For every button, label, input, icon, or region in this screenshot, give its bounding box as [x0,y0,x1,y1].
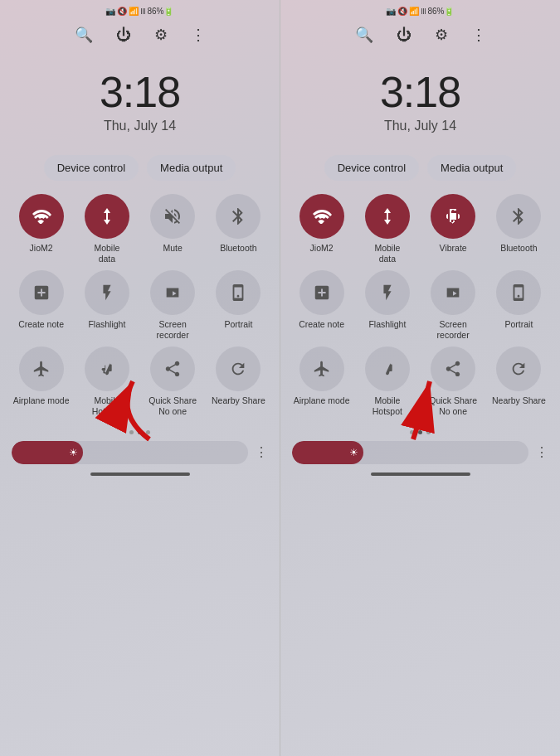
airplane-icon-left[interactable] [19,346,64,391]
airplane-icon-right[interactable] [299,346,344,391]
createnote-icon-right[interactable] [299,270,344,315]
clock-date-right: Thu, July 14 [280,119,560,133]
clock-time-left: 3:18 [0,67,280,117]
createnote-icon-left[interactable] [19,270,64,315]
hotspot-icon-right[interactable] [365,346,410,391]
tile-screenrecorder-left: Screenrecorder [144,270,202,340]
signal-icon: lll [140,7,145,16]
bluetooth-icon-left[interactable] [216,194,261,239]
battery-text: 86%🔋 [147,7,173,16]
search-icon-right[interactable]: 🔍 [355,26,373,44]
tile-flashlight-right: Flashlight [358,270,416,340]
quickshare-label-left: Quick ShareNo one [149,395,197,416]
tile-hotspot-right: MobileHotspot [358,346,416,416]
mobiledata-icon-left[interactable] [85,194,129,239]
tiles-grid-right: JioM2 Mobiledata Vibrate [280,187,560,424]
nearbyshare-icon-left[interactable] [216,346,261,391]
portrait-icon-right[interactable] [496,270,541,315]
brightness-menu-right[interactable]: ⋮ [535,444,548,460]
mobiledata-label-right: Mobiledata [374,243,400,264]
status-bar-right: 📷 🔇 📶 lll 86%🔋 [280,0,560,22]
mute-label-left: Mute [163,243,182,254]
hotspot-label-left: MobileHotspot [92,395,122,416]
status-icons-right: 📷 🔇 📶 lll 86%🔋 [386,7,454,16]
status-icons-left: 📷 🔇 📶 lll 86%🔋 [105,7,173,16]
dot3-right [426,430,431,434]
tile-flashlight-left: Flashlight [77,270,136,340]
tile-bluetooth-right: Bluetooth [489,194,548,264]
bluetooth-icon-right[interactable] [496,194,541,239]
mute-status-icon: 🔇 [117,7,127,16]
createnote-label-right: Create note [299,319,344,330]
media-output-btn-right[interactable]: Media output [427,155,516,181]
tile-jiom2-right: JioM2 [292,194,351,264]
quickshare-label-right: Quick ShareNo one [429,395,477,416]
portrait-label-left: Portrait [224,319,252,330]
brightness-menu-left[interactable]: ⋮ [255,444,268,460]
screenrecorder-icon-left[interactable] [150,270,195,315]
tile-mute-left: Mute [144,194,202,264]
settings-icon[interactable]: ⚙ [154,26,168,44]
vibrate-icon-right[interactable] [431,194,475,239]
dots-left [0,424,280,438]
brightness-track-right[interactable]: ☀ [292,441,528,464]
tiles-grid-left: JioM2 Mobiledata Mute [0,187,280,424]
search-icon[interactable]: 🔍 [75,26,93,44]
device-control-btn-left[interactable]: Device control [44,155,139,181]
jiom2-icon-left[interactable] [19,194,64,239]
nearbyshare-icon-right[interactable] [496,346,541,391]
tile-nearbyshare-right: Nearby Share [489,346,548,416]
battery-text-right: 86%🔋 [427,7,454,16]
dot2-right [418,430,422,434]
flashlight-icon-left[interactable] [85,270,129,315]
bluetooth-label-left: Bluetooth [220,243,256,254]
quick-buttons-right: Device control Media output [280,142,560,187]
portrait-label-right: Portrait [504,319,533,330]
portrait-icon-left[interactable] [216,270,261,315]
settings-icon-right[interactable]: ⚙ [435,26,448,44]
mobiledata-icon-right[interactable] [365,194,410,239]
clock-area-right: 3:18 Thu, July 14 [280,51,560,142]
tile-hotspot-left: MobileHotspot [77,346,136,416]
tile-quickshare-left: Quick ShareNo one [144,346,202,416]
power-icon[interactable]: ⏻ [116,27,131,44]
screenrecorder-icon-right[interactable] [431,270,475,315]
brightness-bar-left: ☀ ⋮ [0,438,280,468]
quickshare-icon-right[interactable] [431,346,475,391]
flashlight-label-right: Flashlight [368,319,406,330]
clock-time-right: 3:18 [280,67,560,117]
nearbyshare-label-left: Nearby Share [212,395,265,406]
hotspot-icon-left[interactable] [85,346,129,391]
quick-buttons-left: Device control Media output [0,142,280,187]
mobiledata-label-left: Mobiledata [94,243,119,264]
tile-portrait-left: Portrait [209,270,268,340]
screenrecorder-label-right: Screenrecorder [437,319,470,340]
clock-area-left: 3:18 Thu, July 14 [0,51,280,142]
home-bar-left [90,472,190,476]
nearbyshare-label-right: Nearby Share [492,395,546,406]
tile-createnote-left: Create note [12,270,71,340]
power-icon-right[interactable]: ⏻ [397,27,411,44]
tile-quickshare-right: Quick ShareNo one [424,346,483,416]
device-control-btn-right[interactable]: Device control [324,155,419,181]
mute-status-icon-right: 🔇 [397,7,407,16]
wifi-status-icon: 📶 [129,7,139,16]
tile-mobiledata-left: Mobiledata [77,194,136,264]
tile-jiom2-left: JioM2 [12,194,71,264]
media-output-btn-left[interactable]: Media output [147,155,236,181]
brightness-track-left[interactable]: ☀ [12,441,248,464]
flashlight-icon-right[interactable] [365,270,410,315]
jiom2-icon-right[interactable] [299,194,344,239]
more-icon[interactable]: ⋮ [191,26,206,44]
toolbar-right: 🔍 ⏻ ⚙ ⋮ [280,22,560,51]
tile-airplanemode-left: Airplane mode [12,346,71,416]
dot3-left [146,430,150,434]
vibrate-label-right: Vibrate [440,243,467,254]
wifi-status-icon-right: 📶 [409,7,419,16]
brightness-sun-icon-right: ☀ [349,447,358,458]
mute-icon-left[interactable] [150,194,195,239]
brightness-fill-right: ☀ [292,441,363,464]
quickshare-icon-left[interactable] [150,346,195,391]
more-icon-right[interactable]: ⋮ [471,26,486,44]
tile-screenrecorder-right: Screenrecorder [424,270,483,340]
